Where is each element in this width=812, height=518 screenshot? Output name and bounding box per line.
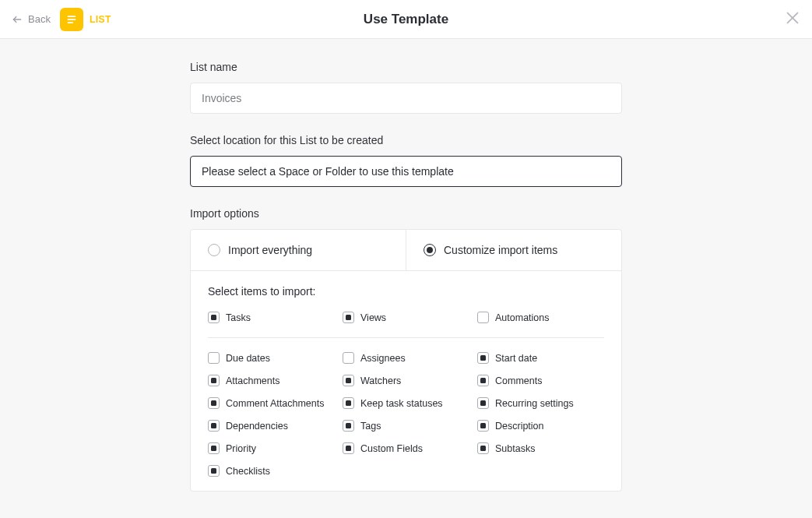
modal-header: Back LIST Use Template [0,0,812,39]
close-button[interactable] [784,9,801,30]
back-label: Back [28,13,51,25]
close-icon [784,9,801,26]
svg-rect-3 [68,22,73,23]
arrow-left-icon [11,14,23,25]
svg-rect-1 [68,16,76,17]
back-button[interactable]: Back [11,13,51,25]
svg-rect-2 [68,19,76,20]
page-title: Use Template [364,12,448,27]
list-chip: LIST [60,8,111,31]
list-icon [60,8,83,31]
list-chip-label: LIST [90,14,111,25]
